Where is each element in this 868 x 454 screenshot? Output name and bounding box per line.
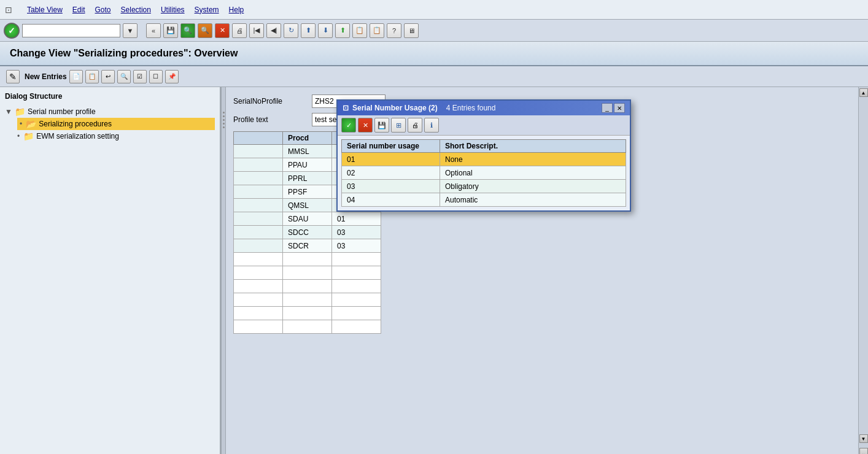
copy-entries-btn[interactable]: 📄 bbox=[69, 70, 83, 83]
dialog-col-usage: Serial number usage bbox=[342, 140, 440, 153]
copy2-btn[interactable]: 📋 bbox=[370, 23, 384, 38]
menu-selection[interactable]: Selection bbox=[121, 6, 151, 14]
cell-usage: 02 bbox=[342, 166, 440, 180]
menu-system[interactable]: System bbox=[195, 6, 219, 14]
back-btn[interactable]: « bbox=[146, 23, 161, 38]
sidebar-item-serializing-procedures[interactable]: • 📂 Serializing procedures bbox=[17, 118, 215, 130]
page-title: Change View "Serializing procedures": Ov… bbox=[10, 48, 238, 58]
nav2-btn[interactable]: ◀| bbox=[266, 23, 281, 38]
undo-btn[interactable]: ↩ bbox=[101, 70, 115, 83]
dialog-col-desc: Short Descript. bbox=[440, 140, 626, 153]
copy-entries2-btn[interactable]: 📋 bbox=[85, 70, 99, 83]
cell-usage: 01 bbox=[342, 153, 440, 166]
nav5-btn[interactable]: ⬇ bbox=[318, 23, 333, 38]
dialog-table-row[interactable]: 04Automatic bbox=[342, 193, 626, 207]
find-entries-btn[interactable]: 🔍 bbox=[117, 70, 131, 83]
dialog-info-btn[interactable]: ℹ bbox=[424, 118, 439, 133]
new-entries-icon[interactable]: ✎ bbox=[6, 70, 20, 83]
dialog-save-btn[interactable]: 💾 bbox=[374, 118, 389, 133]
dialog-cancel-btn[interactable]: ✕ bbox=[358, 118, 373, 133]
monitor-btn[interactable]: 🖥 bbox=[404, 23, 419, 38]
copy-btn[interactable]: 📋 bbox=[352, 23, 367, 38]
dialog-title-btns: _ ✕ bbox=[602, 103, 625, 113]
nav3-btn[interactable]: ↻ bbox=[284, 23, 298, 38]
dialog-minimize-btn[interactable]: _ bbox=[602, 103, 613, 113]
nav1-btn[interactable]: |◀ bbox=[249, 23, 264, 38]
find2-btn[interactable]: 🔍 bbox=[198, 23, 212, 38]
serial-number-usage-dialog: ⊡ Serial Number Usage (2) 4 Entries foun… bbox=[336, 99, 631, 212]
dialog-close-btn[interactable]: ✕ bbox=[614, 103, 625, 113]
dialog-icon: ⊡ bbox=[343, 104, 349, 112]
scroll-up-btn[interactable]: ▲ bbox=[859, 88, 868, 97]
dropdown-btn[interactable]: ▼ bbox=[123, 23, 138, 38]
dialog-table: Serial number usage Short Descript. 01No… bbox=[341, 139, 626, 207]
detail-btn[interactable]: 📌 bbox=[165, 70, 179, 83]
help-btn[interactable]: ? bbox=[387, 23, 401, 38]
print-btn[interactable]: 🖨 bbox=[232, 23, 247, 38]
ok-button[interactable]: ✓ bbox=[4, 23, 20, 39]
dialog-print-btn[interactable]: 🖨 bbox=[408, 118, 422, 133]
resize-handle[interactable] bbox=[221, 87, 226, 454]
folder-open-icon: 📁 bbox=[15, 107, 25, 117]
cell-description: Optional bbox=[440, 166, 626, 180]
sidebar: Dialog Structure ▼ 📁 Serial number profi… bbox=[0, 87, 221, 454]
cell-description: Obligatory bbox=[440, 180, 626, 193]
subbar: ✎ New Entries 📄 📋 ↩ 🔍 ☑ ☐ 📌 bbox=[0, 66, 868, 87]
scroll-down-btn[interactable]: ▼ bbox=[859, 434, 868, 443]
menu-table-view[interactable]: Table View bbox=[27, 6, 63, 14]
nav6-btn[interactable]: ⬆ bbox=[335, 23, 350, 38]
sidebar-item-ewm-serialization[interactable]: • 📁 EWM serialization setting bbox=[17, 130, 215, 142]
folder-open-icon-2: 📂 bbox=[26, 119, 36, 129]
menu-utilities[interactable]: Utilities bbox=[161, 6, 185, 14]
command-field[interactable] bbox=[22, 24, 120, 37]
dialog-table-row[interactable]: 01None bbox=[342, 153, 626, 166]
dialog-entries-found: 4 Entries found bbox=[446, 104, 496, 112]
dialog-confirm-btn[interactable]: ✓ bbox=[341, 118, 356, 133]
cancel-btn[interactable]: ✕ bbox=[215, 23, 230, 38]
sidebar-title: Dialog Structure bbox=[5, 92, 215, 101]
sidebar-item-serial-number-profile[interactable]: ▼ 📁 Serial number profile bbox=[5, 106, 215, 118]
dialog-title-left: ⊡ Serial Number Usage (2) 4 Entries foun… bbox=[343, 104, 495, 112]
sidebar-label-serializing-procedures: Serializing procedures bbox=[39, 120, 112, 128]
dialog-toolbar: ✓ ✕ 💾 ⊞ 🖨 ℹ bbox=[338, 115, 630, 136]
cell-description: None bbox=[440, 153, 626, 166]
cell-usage: 04 bbox=[342, 193, 440, 207]
page-header: Change View "Serializing procedures": Ov… bbox=[0, 42, 868, 66]
new-entries-label[interactable]: New Entries bbox=[25, 72, 67, 81]
sidebar-label-serial-number-profile: Serial number profile bbox=[28, 107, 96, 116]
right-panel: SerialNoProfile Profile text Procd SerUs… bbox=[226, 87, 858, 454]
dialog-overlay: ⊡ Serial Number Usage (2) 4 Entries foun… bbox=[226, 87, 858, 454]
sidebar-label-ewm-serialization: EWM serialization setting bbox=[36, 132, 119, 140]
app-icon: ⊡ bbox=[5, 5, 12, 15]
find-btn[interactable]: 🔍 bbox=[180, 23, 195, 38]
menu-goto[interactable]: Goto bbox=[95, 6, 111, 14]
dialog-table-row[interactable]: 02Optional bbox=[342, 166, 626, 180]
menu-edit[interactable]: Edit bbox=[72, 6, 85, 14]
nav4-btn[interactable]: ⬆ bbox=[301, 23, 316, 38]
main-content: Dialog Structure ▼ 📁 Serial number profi… bbox=[0, 87, 868, 454]
dialog-table-row[interactable]: 03Obligatory bbox=[342, 180, 626, 193]
dialog-add-btn[interactable]: ⊞ bbox=[391, 118, 406, 133]
dialog-title-bar: ⊡ Serial Number Usage (2) 4 Entries foun… bbox=[338, 101, 630, 115]
save-btn[interactable]: 💾 bbox=[163, 23, 178, 38]
dialog-title: Serial Number Usage (2) bbox=[352, 104, 438, 112]
scrollbar: ▲ ▼ ↔ bbox=[858, 87, 868, 454]
dialog-content: Serial number usage Short Descript. 01No… bbox=[338, 136, 630, 210]
menu-bar: ⊡ Table View Edit Goto Selection Utiliti… bbox=[0, 0, 868, 20]
deselect-btn[interactable]: ☐ bbox=[149, 70, 163, 83]
menu-help[interactable]: Help bbox=[229, 6, 244, 14]
select-all-btn[interactable]: ☑ bbox=[133, 70, 147, 83]
cell-usage: 03 bbox=[342, 180, 440, 193]
cell-description: Automatic bbox=[440, 193, 626, 207]
scroll-resize-btn[interactable]: ↔ bbox=[859, 448, 868, 454]
folder-closed-icon: 📁 bbox=[23, 131, 34, 141]
toolbar: ✓ ▼ « 💾 🔍 🔍 ✕ 🖨 |◀ ◀| ↻ ⬆ ⬇ ⬆ 📋 📋 ? 🖥 bbox=[0, 20, 868, 42]
